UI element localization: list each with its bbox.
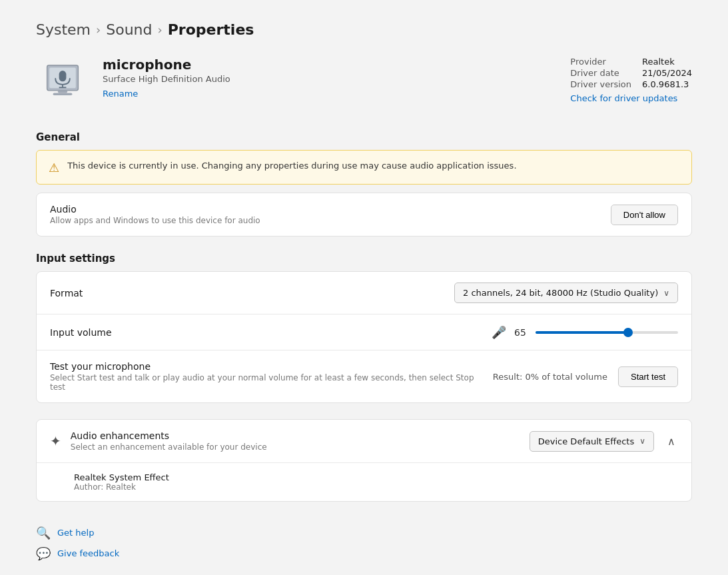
- volume-row: Input volume 🎤 65: [37, 314, 691, 350]
- enhancements-dropdown[interactable]: Device Default Effects ∨: [530, 431, 654, 452]
- microphone-icon: 🎤: [492, 325, 506, 339]
- give-feedback-icon: 💬: [36, 546, 51, 560]
- device-icon: [36, 57, 89, 110]
- driver-version-label: Driver version: [570, 79, 631, 89]
- volume-control: 🎤 65: [492, 325, 678, 339]
- realtek-name: Realtek System Effect: [74, 472, 678, 482]
- device-subtitle: Surface High Definition Audio: [103, 74, 557, 84]
- result-text: Result: 0% of total volume: [493, 372, 607, 382]
- format-row: Format 2 channels, 24 bit, 48000 Hz (Stu…: [37, 272, 691, 314]
- input-settings-card: Format 2 channels, 24 bit, 48000 Hz (Stu…: [36, 271, 692, 403]
- enhancements-row: ✦ Audio enhancements Select an enhanceme…: [37, 420, 691, 462]
- input-settings-section-title: Input settings: [36, 253, 692, 265]
- warning-icon: ⚠: [49, 161, 59, 175]
- breadcrumb-sep-1: ›: [96, 23, 101, 37]
- driver-version-value: 6.0.9681.3: [642, 79, 692, 89]
- format-dropdown[interactable]: 2 channels, 24 bit, 48000 Hz (Studio Qua…: [454, 283, 678, 303]
- breadcrumb-sound[interactable]: Sound: [106, 21, 152, 38]
- format-value: 2 channels, 24 bit, 48000 Hz (Studio Qua…: [463, 288, 658, 298]
- volume-label-group: Input volume: [50, 327, 481, 338]
- audio-row: Audio Allow apps and Windows to use this…: [37, 193, 691, 236]
- svg-rect-5: [58, 91, 67, 93]
- svg-rect-2: [59, 71, 67, 81]
- driver-date-value: 21/05/2024: [642, 68, 692, 78]
- dont-allow-button[interactable]: Don't allow: [611, 205, 678, 225]
- test-sublabel: Select Start test and talk or play audio…: [50, 373, 482, 392]
- warning-banner: ⚠ This device is currently in use. Chang…: [36, 150, 692, 185]
- device-info: microphone Surface High Definition Audio…: [103, 57, 557, 99]
- format-label-group: Format: [50, 288, 444, 298]
- enhancements-collapse-button[interactable]: ∧: [665, 432, 678, 450]
- breadcrumb-current: Properties: [168, 21, 254, 38]
- general-section-title: General: [36, 131, 692, 143]
- enhancements-sublabel: Select an enhancement available for your…: [71, 442, 519, 452]
- provider-value: Realtek: [642, 57, 692, 67]
- help-section: 🔍 Get help 💬 Give feedback: [36, 526, 692, 560]
- get-help-icon: 🔍: [36, 526, 51, 540]
- test-label-group: Test your microphone Select Start test a…: [50, 361, 482, 392]
- check-driver-updates-link[interactable]: Check for driver updates: [570, 93, 692, 103]
- breadcrumb-sep-2: ›: [158, 23, 163, 37]
- provider-label: Provider: [570, 57, 631, 67]
- chevron-down-icon: ∨: [663, 288, 669, 298]
- give-feedback-link[interactable]: Give feedback: [57, 548, 119, 558]
- device-header: microphone Surface High Definition Audio…: [36, 57, 692, 110]
- audio-enhancements-card: ✦ Audio enhancements Select an enhanceme…: [36, 419, 692, 502]
- enhancements-chevron-down-icon: ∨: [639, 436, 645, 446]
- driver-date-label: Driver date: [570, 68, 631, 78]
- get-help-link[interactable]: Get help: [57, 528, 94, 538]
- test-label: Test your microphone: [50, 361, 482, 372]
- enhancements-content: ✦ Audio enhancements Select an enhanceme…: [50, 430, 519, 452]
- enhancements-label-group: Audio enhancements Select an enhancement…: [71, 430, 519, 452]
- realtek-author: Author: Realtek: [74, 482, 678, 492]
- enhancements-dropdown-value: Device Default Effects: [538, 436, 634, 446]
- give-feedback-item[interactable]: 💬 Give feedback: [36, 546, 692, 560]
- realtek-row: Realtek System Effect Author: Realtek: [37, 462, 691, 501]
- enhancements-label: Audio enhancements: [71, 430, 519, 441]
- enhancements-icon: ✦: [50, 433, 61, 449]
- volume-label: Input volume: [50, 327, 481, 338]
- volume-number: 65: [514, 327, 528, 338]
- test-row: Test your microphone Select Start test a…: [37, 350, 691, 402]
- device-name: microphone: [103, 57, 557, 73]
- audio-label: Audio: [50, 204, 600, 215]
- breadcrumb: System › Sound › Properties: [36, 21, 692, 38]
- audio-label-group: Audio Allow apps and Windows to use this…: [50, 204, 600, 225]
- volume-slider[interactable]: [536, 331, 678, 334]
- rename-link[interactable]: Rename: [103, 89, 138, 99]
- format-label: Format: [50, 288, 444, 298]
- svg-rect-6: [53, 93, 73, 95]
- warning-text: This device is currently in use. Changin…: [67, 160, 516, 172]
- audio-sublabel: Allow apps and Windows to use this devic…: [50, 216, 600, 225]
- breadcrumb-system[interactable]: System: [36, 21, 91, 38]
- get-help-item[interactable]: 🔍 Get help: [36, 526, 692, 540]
- device-meta: Provider Realtek Driver date 21/05/2024 …: [570, 57, 692, 103]
- audio-card: Audio Allow apps and Windows to use this…: [36, 193, 692, 237]
- start-test-button[interactable]: Start test: [618, 366, 678, 387]
